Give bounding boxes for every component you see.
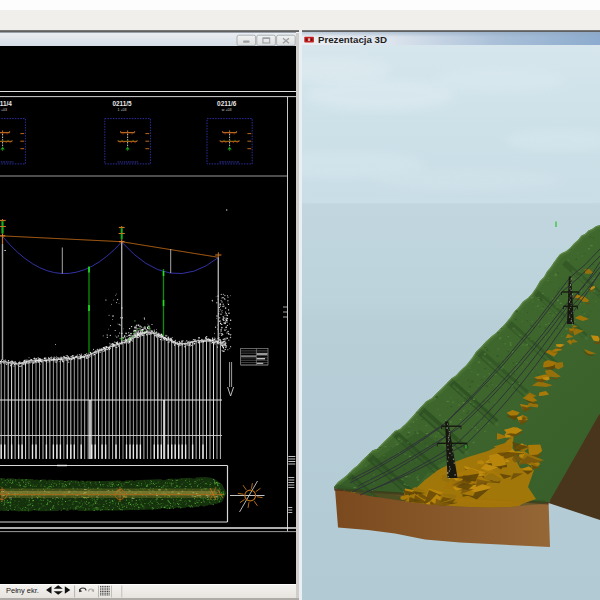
svg-text:0211/5: 0211/5 <box>112 100 132 107</box>
svg-text:Pełny ekr.: Pełny ekr. <box>6 586 39 595</box>
svg-text:1 +03: 1 +03 <box>117 108 126 112</box>
svg-text:w +03: w +03 <box>0 108 7 112</box>
svg-text:0211/4: 0211/4 <box>0 100 12 107</box>
svg-text:w +03: w +03 <box>222 108 232 112</box>
svg-text:0211/6: 0211/6 <box>217 100 237 107</box>
